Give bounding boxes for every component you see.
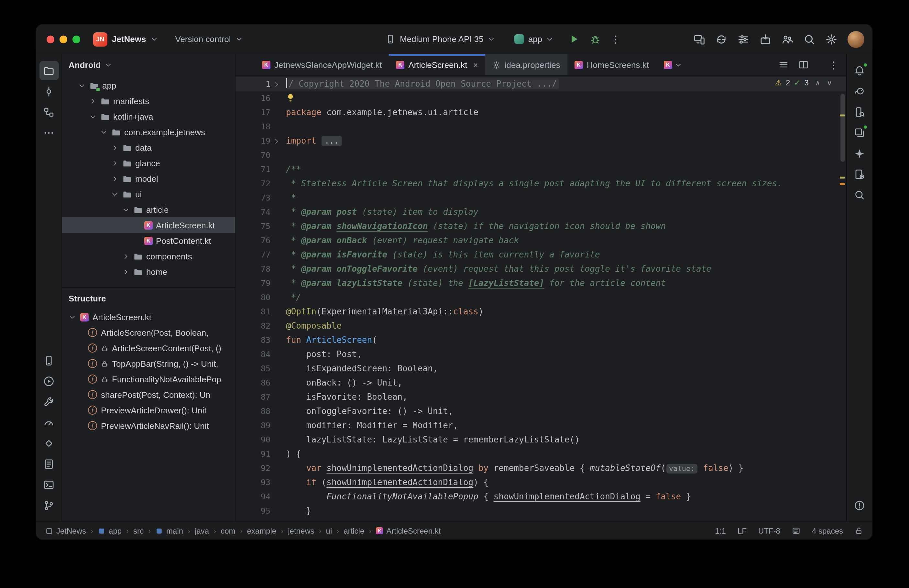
build-icon[interactable] — [39, 392, 58, 411]
more-actions-icon[interactable]: ⋮ — [611, 34, 620, 44]
editor-options-icon[interactable]: ⋮ — [829, 60, 838, 69]
breadcrumb-jetnews[interactable]: JetNews — [45, 526, 86, 535]
tree-item-app[interactable]: app — [62, 78, 235, 93]
chevron-down-icon[interactable] — [121, 205, 130, 214]
code-line-79[interactable]: 79 * @param lazyListState (state) the [L… — [236, 276, 846, 291]
device-mirroring-icon[interactable] — [694, 33, 705, 45]
fold-marker-icon[interactable] — [270, 134, 282, 148]
code-line-88[interactable]: 88 onToggleFavorite: () -> Unit, — [236, 404, 846, 418]
project-view-selector[interactable]: Android — [69, 60, 101, 70]
next-issue-icon[interactable]: ∨ — [827, 79, 832, 87]
version-control-icon[interactable] — [39, 496, 58, 515]
chevron-down-icon[interactable] — [67, 312, 76, 321]
structure-item-topappbar-string-unit[interactable]: fTopAppBar(String, () -> Unit, — [62, 356, 235, 371]
chevron-right-icon[interactable] — [110, 174, 119, 183]
structure-item-functionalitynotavailablepop[interactable]: fFunctionalityNotAvailablePop — [62, 371, 235, 387]
unlocked-icon[interactable] — [855, 527, 863, 535]
breadcrumb-app[interactable]: app — [98, 526, 122, 535]
intention-bulb-icon[interactable] — [286, 93, 295, 102]
device-selector[interactable]: Medium Phone API 35 — [386, 34, 495, 44]
tree-item-postcontent-kt[interactable]: KPostContent.kt — [62, 233, 235, 249]
gemini-icon[interactable] — [850, 144, 869, 163]
scrollbar-thumb[interactable] — [840, 94, 845, 162]
structure-item-previewarticledrawer-unit[interactable]: fPreviewArticleDrawer(): Unit — [62, 402, 235, 418]
project-switcher[interactable]: JetNews — [112, 34, 146, 44]
code-editor[interactable]: 1/ Copyright 2020 The Android Open Sourc… — [236, 76, 846, 522]
minimize-window-button[interactable] — [60, 35, 67, 43]
terminal-icon[interactable] — [39, 475, 58, 494]
gradle-icon[interactable] — [850, 81, 869, 101]
build-variants-icon[interactable] — [738, 33, 749, 45]
code-line-18[interactable]: 18 — [236, 120, 846, 134]
code-line-91[interactable]: 91) { — [236, 447, 846, 461]
tree-item-model[interactable]: model — [62, 171, 235, 186]
run-button[interactable] — [569, 34, 580, 45]
logcat-icon[interactable] — [39, 454, 58, 473]
code-line-90[interactable]: 90 lazyListState: LazyListState = rememb… — [236, 433, 846, 447]
inspections-widget[interactable]: ⚠ 2 ✓ 3 ∧ ∨ — [775, 78, 832, 87]
code-line-93[interactable]: 93 if (showUnimplementedActionDialog) { — [236, 475, 846, 489]
code-line-92[interactable]: 92 var showUnimplementedActionDialog by … — [236, 461, 846, 475]
chevron-down-icon[interactable] — [88, 112, 97, 121]
settings-icon[interactable] — [825, 33, 837, 45]
tree-item-com-example-jetnews[interactable]: com.example.jetnews — [62, 124, 235, 140]
breadcrumb-com[interactable]: com — [221, 526, 235, 535]
chevron-right-icon[interactable] — [110, 143, 119, 152]
breadcrumb-article[interactable]: article — [344, 526, 364, 535]
project-panel-header[interactable]: Android — [62, 54, 235, 76]
editor-tab-articlescreen-kt[interactable]: KArticleScreen.kt× — [389, 54, 485, 75]
breadcrumb-main[interactable]: main — [155, 526, 183, 535]
editor-tab-homescreens-kt[interactable]: KHomeScreens.kt — [567, 54, 656, 75]
file-encoding[interactable]: UTF-8 — [758, 526, 780, 535]
debug-button[interactable] — [590, 34, 601, 44]
close-window-button[interactable] — [47, 35, 54, 43]
code-line-16[interactable]: 16 — [236, 91, 846, 105]
code-line-95[interactable]: 95 } — [236, 504, 846, 518]
tree-item-kotlin-java[interactable]: kotlin+java — [62, 109, 235, 124]
tree-item-home[interactable]: home — [62, 264, 235, 279]
gradle-sync-icon[interactable] — [715, 33, 727, 45]
breadcrumb-ui[interactable]: ui — [326, 526, 332, 535]
structure-icon[interactable] — [39, 102, 58, 122]
editor-tab-idea-properties[interactable]: idea.properties — [485, 54, 567, 75]
search-everywhere-icon[interactable] — [804, 33, 815, 45]
device-explorer-icon[interactable] — [850, 102, 869, 122]
code-line-17[interactable]: 17package com.example.jetnews.ui.article — [236, 105, 846, 120]
code-line-70[interactable]: 70 — [236, 148, 846, 162]
vcs-widget[interactable]: Version control — [175, 34, 231, 44]
code-with-me-icon[interactable] — [781, 33, 793, 45]
warning-stripe-mark[interactable] — [840, 115, 845, 116]
warning-stripe-mark[interactable] — [840, 177, 845, 179]
code-line-19[interactable]: 19import ... — [236, 134, 846, 148]
code-line-94[interactable]: 94 FunctionalityNotAvailablePopup { show… — [236, 489, 846, 504]
split-editor-icon[interactable] — [798, 60, 809, 70]
breadcrumb-src[interactable]: src — [133, 526, 144, 535]
structure-item-previewarticlenavrail-unit[interactable]: fPreviewArticleNavRail(): Unit — [62, 418, 235, 433]
chevron-right-icon[interactable] — [121, 267, 130, 276]
chevron-right-icon[interactable] — [88, 96, 97, 105]
profiler-icon[interactable] — [39, 413, 58, 432]
chevron-down-icon[interactable] — [77, 81, 86, 90]
tree-item-manifests[interactable]: manifests — [62, 93, 235, 109]
code-line-74[interactable]: 74 * @param post (state) item to display — [236, 205, 846, 219]
breadcrumb-articlescreen-kt[interactable]: KArticleScreen.kt — [376, 526, 441, 535]
zoom-window-button[interactable] — [73, 35, 80, 43]
code-line-87[interactable]: 87 isFavorite: Boolean, — [236, 390, 846, 404]
code-line-76[interactable]: 76 * @param onBack (event) request navig… — [236, 234, 846, 248]
tab-list-icon[interactable] — [778, 60, 789, 70]
code-line-73[interactable]: 73 * — [236, 191, 846, 205]
editor-preview-icon[interactable] — [792, 527, 800, 535]
device-manager-icon[interactable] — [39, 351, 58, 370]
tree-item-data[interactable]: data — [62, 140, 235, 155]
editor-scrollbar[interactable] — [838, 76, 846, 522]
commit-icon[interactable] — [39, 81, 58, 101]
chevron-down-icon[interactable] — [236, 36, 242, 43]
error-stripe-mark[interactable] — [840, 183, 845, 185]
close-tab-icon[interactable]: × — [473, 60, 478, 69]
running-devices-icon[interactable] — [850, 123, 869, 142]
notifications-icon[interactable] — [850, 61, 869, 80]
run-icon[interactable] — [39, 371, 58, 391]
run-configuration-selector[interactable]: app — [515, 34, 553, 44]
line-separator[interactable]: LF — [738, 526, 747, 535]
chevron-right-icon[interactable] — [110, 158, 119, 168]
